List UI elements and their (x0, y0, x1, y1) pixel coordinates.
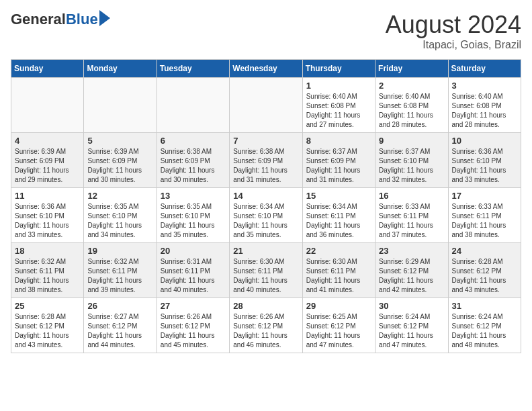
weekday-header-thursday: Thursday (302, 60, 375, 78)
day-info: Sunrise: 6:25 AMSunset: 6:12 PMDaylight:… (306, 312, 371, 350)
day-number: 16 (379, 191, 444, 201)
day-number: 29 (306, 301, 371, 311)
day-cell-10: 10Sunrise: 6:36 AMSunset: 6:10 PMDayligh… (448, 133, 521, 188)
day-cell-3: 3Sunrise: 6:40 AMSunset: 6:08 PMDaylight… (448, 78, 521, 133)
day-cell-11: 11Sunrise: 6:36 AMSunset: 6:10 PMDayligh… (11, 188, 84, 243)
logo: General Blue (11, 11, 110, 28)
day-number: 2 (379, 81, 444, 91)
day-number: 15 (306, 191, 371, 201)
day-number: 4 (15, 136, 80, 146)
week-row-5: 25Sunrise: 6:28 AMSunset: 6:12 PMDayligh… (11, 298, 521, 353)
day-number: 10 (452, 136, 517, 146)
day-cell-25: 25Sunrise: 6:28 AMSunset: 6:12 PMDayligh… (11, 298, 84, 353)
day-number: 8 (306, 136, 371, 146)
day-info: Sunrise: 6:40 AMSunset: 6:08 PMDaylight:… (306, 92, 371, 130)
day-number: 28 (233, 301, 298, 311)
day-cell-16: 16Sunrise: 6:33 AMSunset: 6:11 PMDayligh… (375, 188, 448, 243)
day-info: Sunrise: 6:29 AMSunset: 6:12 PMDaylight:… (379, 257, 444, 295)
week-row-3: 11Sunrise: 6:36 AMSunset: 6:10 PMDayligh… (11, 188, 521, 243)
day-number: 13 (161, 191, 226, 201)
day-cell-29: 29Sunrise: 6:25 AMSunset: 6:12 PMDayligh… (302, 298, 375, 353)
day-info: Sunrise: 6:30 AMSunset: 6:11 PMDaylight:… (306, 257, 371, 295)
day-number: 18 (15, 246, 80, 256)
day-info: Sunrise: 6:28 AMSunset: 6:12 PMDaylight:… (452, 257, 517, 295)
day-info: Sunrise: 6:38 AMSunset: 6:09 PMDaylight:… (233, 147, 298, 185)
day-info: Sunrise: 6:37 AMSunset: 6:10 PMDaylight:… (379, 147, 444, 185)
day-info: Sunrise: 6:30 AMSunset: 6:11 PMDaylight:… (233, 257, 298, 295)
weekday-header-friday: Friday (375, 60, 448, 78)
day-info: Sunrise: 6:32 AMSunset: 6:11 PMDaylight:… (87, 257, 152, 295)
weekday-header-wednesday: Wednesday (230, 60, 302, 78)
empty-cell (84, 78, 157, 133)
day-number: 25 (15, 301, 80, 311)
day-info: Sunrise: 6:35 AMSunset: 6:10 PMDaylight:… (87, 202, 152, 240)
day-info: Sunrise: 6:28 AMSunset: 6:12 PMDaylight:… (15, 312, 80, 350)
location-subtitle: Itapaci, Goias, Brazil (386, 39, 521, 51)
day-info: Sunrise: 6:26 AMSunset: 6:12 PMDaylight:… (233, 312, 298, 350)
day-info: Sunrise: 6:40 AMSunset: 6:08 PMDaylight:… (452, 92, 517, 130)
day-number: 27 (161, 301, 226, 311)
day-info: Sunrise: 6:35 AMSunset: 6:10 PMDaylight:… (161, 202, 226, 240)
day-info: Sunrise: 6:36 AMSunset: 6:10 PMDaylight:… (15, 202, 80, 240)
day-number: 31 (452, 301, 517, 311)
day-number: 7 (233, 136, 298, 146)
empty-cell (157, 78, 229, 133)
day-info: Sunrise: 6:34 AMSunset: 6:10 PMDaylight:… (233, 202, 298, 240)
weekday-header-sunday: Sunday (11, 60, 84, 78)
logo-arrow-icon (99, 10, 110, 26)
day-info: Sunrise: 6:39 AMSunset: 6:09 PMDaylight:… (87, 147, 152, 185)
day-info: Sunrise: 6:38 AMSunset: 6:09 PMDaylight:… (161, 147, 226, 185)
day-info: Sunrise: 6:32 AMSunset: 6:11 PMDaylight:… (15, 257, 80, 295)
day-info: Sunrise: 6:33 AMSunset: 6:11 PMDaylight:… (452, 202, 517, 240)
day-cell-15: 15Sunrise: 6:34 AMSunset: 6:11 PMDayligh… (302, 188, 375, 243)
day-number: 19 (87, 246, 152, 256)
day-number: 11 (15, 191, 80, 201)
day-number: 17 (452, 191, 517, 201)
day-cell-28: 28Sunrise: 6:26 AMSunset: 6:12 PMDayligh… (230, 298, 302, 353)
logo-blue-text: Blue (66, 11, 98, 28)
day-info: Sunrise: 6:39 AMSunset: 6:09 PMDaylight:… (15, 147, 80, 185)
day-number: 24 (452, 246, 517, 256)
day-number: 23 (379, 246, 444, 256)
day-number: 5 (87, 136, 152, 146)
title-block: August 2024 Itapaci, Goias, Brazil (386, 11, 521, 51)
day-cell-9: 9Sunrise: 6:37 AMSunset: 6:10 PMDaylight… (375, 133, 448, 188)
day-cell-31: 31Sunrise: 6:24 AMSunset: 6:12 PMDayligh… (448, 298, 521, 353)
day-cell-27: 27Sunrise: 6:26 AMSunset: 6:12 PMDayligh… (157, 298, 229, 353)
weekday-header-row: SundayMondayTuesdayWednesdayThursdayFrid… (11, 60, 521, 78)
day-number: 14 (233, 191, 298, 201)
day-info: Sunrise: 6:36 AMSunset: 6:10 PMDaylight:… (452, 147, 517, 185)
day-cell-17: 17Sunrise: 6:33 AMSunset: 6:11 PMDayligh… (448, 188, 521, 243)
day-cell-19: 19Sunrise: 6:32 AMSunset: 6:11 PMDayligh… (84, 243, 157, 298)
day-cell-21: 21Sunrise: 6:30 AMSunset: 6:11 PMDayligh… (230, 243, 302, 298)
day-cell-8: 8Sunrise: 6:37 AMSunset: 6:09 PMDaylight… (302, 133, 375, 188)
day-number: 20 (161, 246, 226, 256)
empty-cell (11, 78, 84, 133)
day-number: 3 (452, 81, 517, 91)
day-cell-7: 7Sunrise: 6:38 AMSunset: 6:09 PMDaylight… (230, 133, 302, 188)
calendar-table: SundayMondayTuesdayWednesdayThursdayFrid… (11, 59, 521, 353)
day-number: 1 (306, 81, 371, 91)
day-info: Sunrise: 6:27 AMSunset: 6:12 PMDaylight:… (87, 312, 152, 350)
day-number: 26 (87, 301, 152, 311)
day-cell-4: 4Sunrise: 6:39 AMSunset: 6:09 PMDaylight… (11, 133, 84, 188)
day-info: Sunrise: 6:40 AMSunset: 6:08 PMDaylight:… (379, 92, 444, 130)
day-cell-12: 12Sunrise: 6:35 AMSunset: 6:10 PMDayligh… (84, 188, 157, 243)
day-cell-13: 13Sunrise: 6:35 AMSunset: 6:10 PMDayligh… (157, 188, 229, 243)
day-cell-23: 23Sunrise: 6:29 AMSunset: 6:12 PMDayligh… (375, 243, 448, 298)
day-info: Sunrise: 6:37 AMSunset: 6:09 PMDaylight:… (306, 147, 371, 185)
day-info: Sunrise: 6:24 AMSunset: 6:12 PMDaylight:… (379, 312, 444, 350)
day-cell-14: 14Sunrise: 6:34 AMSunset: 6:10 PMDayligh… (230, 188, 302, 243)
day-number: 21 (233, 246, 298, 256)
day-cell-5: 5Sunrise: 6:39 AMSunset: 6:09 PMDaylight… (84, 133, 157, 188)
day-info: Sunrise: 6:34 AMSunset: 6:11 PMDaylight:… (306, 202, 371, 240)
day-cell-18: 18Sunrise: 6:32 AMSunset: 6:11 PMDayligh… (11, 243, 84, 298)
day-info: Sunrise: 6:31 AMSunset: 6:11 PMDaylight:… (161, 257, 226, 295)
day-cell-30: 30Sunrise: 6:24 AMSunset: 6:12 PMDayligh… (375, 298, 448, 353)
day-cell-2: 2Sunrise: 6:40 AMSunset: 6:08 PMDaylight… (375, 78, 448, 133)
day-info: Sunrise: 6:33 AMSunset: 6:11 PMDaylight:… (379, 202, 444, 240)
day-cell-6: 6Sunrise: 6:38 AMSunset: 6:09 PMDaylight… (157, 133, 229, 188)
week-row-1: 1Sunrise: 6:40 AMSunset: 6:08 PMDaylight… (11, 78, 521, 133)
day-cell-1: 1Sunrise: 6:40 AMSunset: 6:08 PMDaylight… (302, 78, 375, 133)
day-info: Sunrise: 6:24 AMSunset: 6:12 PMDaylight:… (452, 312, 517, 350)
